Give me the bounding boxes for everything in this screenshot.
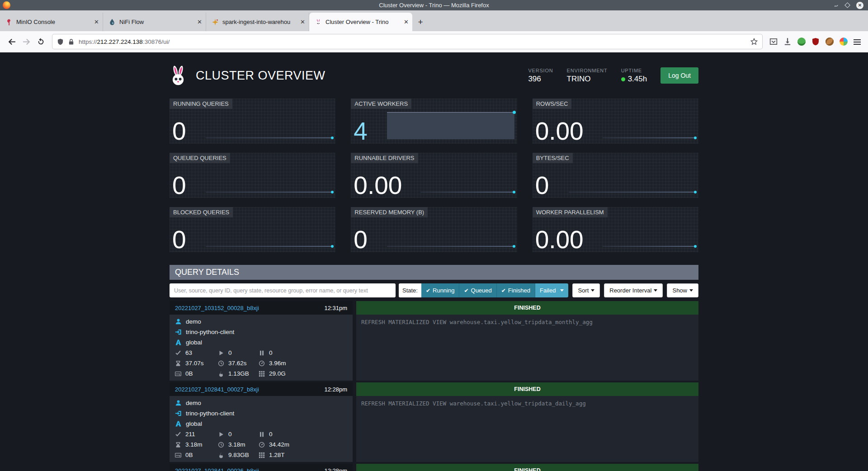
tile-label: BLOCKED QUERIES — [170, 207, 233, 217]
tile-value: 0 — [172, 227, 186, 252]
tab-close-icon[interactable]: ✕ — [94, 19, 99, 25]
query-card-header: 20221027_102841_00027_b8xji 12:28pm — [170, 382, 353, 396]
state-finished-button[interactable]: ✔ Finished — [496, 283, 535, 297]
query-summary-card: 20221027_102841_00027_b8xji 12:28pm demo… — [170, 382, 353, 462]
toolbar-icons — [767, 38, 863, 46]
query-sql-text: REFRESH MATERIALIZED VIEW warehouse.taxi… — [356, 396, 698, 462]
show-dropdown[interactable]: Show — [667, 283, 698, 297]
ublock-shield-icon[interactable] — [811, 38, 820, 46]
play-icon — [218, 431, 224, 438]
current-memory: 0B — [185, 452, 193, 458]
firefox-logo-icon — [3, 1, 10, 9]
bookmark-star-icon[interactable] — [750, 38, 758, 45]
check-icon — [175, 350, 181, 356]
uptime-value: 3.45h — [628, 75, 647, 83]
query-summary-card: 20221027_103152_00028_b8xji 12:31pm demo… — [170, 301, 353, 381]
current-memory: 0B — [185, 370, 193, 377]
state-queued-button[interactable]: ✔ Queued — [459, 283, 496, 297]
lock-icon[interactable] — [68, 38, 75, 45]
new-tab-button[interactable]: + — [412, 13, 429, 31]
query-id-link[interactable]: 20221027_102841_00027_b8xji — [175, 386, 259, 393]
tile-label: BYTES/SEC — [533, 153, 573, 163]
cumulative-memory: 29.0G — [269, 370, 286, 377]
pinwheel-extension-icon[interactable] — [840, 38, 848, 46]
query-row: 20221027_102841_00027_b8xji 12:28pm demo… — [170, 382, 698, 462]
resource-group-road-icon — [175, 420, 182, 427]
back-button[interactable] — [5, 34, 19, 49]
running-splits: 0 — [228, 349, 232, 356]
tile-value: 0 — [172, 173, 186, 198]
reload-button[interactable] — [33, 34, 48, 49]
minio-favicon-flamingo-icon — [5, 19, 13, 26]
nifi-favicon-drop-icon — [108, 19, 116, 26]
tab-nifi-flow[interactable]: NiFi Flow ✕ — [103, 13, 206, 31]
queued-splits: 0 — [269, 431, 273, 438]
cookie-extension-icon[interactable] — [826, 38, 834, 46]
environment-block: ENVIRONMENT TRINO — [567, 68, 608, 84]
query-status-badge: FINISHED — [356, 464, 698, 471]
tile-label: RESERVED MEMORY (B) — [351, 207, 428, 217]
tile-value: 0 — [354, 227, 368, 252]
completed-splits: 211 — [185, 431, 195, 438]
logout-button[interactable]: Log Out — [660, 67, 698, 84]
elapsed-time: 3.18m — [185, 441, 203, 448]
source-sign-in-icon — [175, 410, 182, 417]
query-details-header: QUERY DETAILS — [170, 265, 698, 280]
queued-splits: 0 — [269, 349, 273, 356]
cpu-time: 37.62s — [228, 360, 247, 367]
query-card-body: demo trino-python-client global 211 0 0 … — [170, 396, 353, 462]
tab-spark-notebook[interactable]: spark-ingest-into-warehou ✕ — [206, 13, 309, 31]
tab-close-icon[interactable]: ✕ — [300, 19, 305, 25]
forward-button[interactable] — [19, 34, 33, 49]
trino-bunny-logo-icon — [170, 65, 187, 86]
url-bar[interactable]: https://212.227.224.138:30876/ui/ — [52, 34, 762, 49]
tile-runnable-drivers: RUNNABLE DRIVERS 0.00 — [351, 153, 517, 198]
query-id-link[interactable]: 20221027_102841_00026_b8xji — [175, 467, 259, 471]
tab-minio-console[interactable]: MinIO Console ✕ — [0, 13, 103, 31]
query-detail-panel: FINISHED — [356, 464, 698, 471]
query-time: 12:28pm — [324, 386, 347, 393]
version-label: VERSION — [528, 68, 553, 73]
maximize-button[interactable] — [844, 2, 850, 8]
query-status-badge: FINISHED — [356, 382, 698, 396]
state-running-button[interactable]: ✔ Running — [421, 283, 459, 297]
clock-icon — [218, 360, 224, 367]
tracking-protection-shield-icon[interactable] — [57, 38, 64, 45]
sort-dropdown[interactable]: Sort — [572, 283, 600, 297]
clock-icon — [218, 442, 224, 448]
state-filter-label: State: — [399, 283, 421, 297]
close-window-button[interactable]: ✕ — [856, 2, 863, 9]
tab-close-icon[interactable]: ✕ — [197, 19, 202, 25]
extension-green-icon[interactable] — [797, 38, 806, 46]
tab-close-icon[interactable]: ✕ — [404, 19, 409, 25]
tile-value: 0.00 — [354, 173, 402, 198]
play-icon — [218, 350, 224, 356]
trino-favicon-bunny-icon — [315, 19, 322, 26]
query-id-link[interactable]: 20221027_103152_00028_b8xji — [175, 305, 259, 311]
query-card-body: demo trino-python-client global 63 0 0 3… — [170, 315, 353, 381]
execution-time: 34.42m — [269, 441, 289, 448]
state-failed-dropdown[interactable]: Failed — [535, 283, 568, 297]
tile-value: 0.00 — [535, 119, 584, 144]
tab-cluster-overview-trino[interactable]: Cluster Overview - Trino ✕ — [309, 13, 412, 31]
tile-bytes-sec: BYTES/SEC 0 — [533, 153, 698, 198]
query-detail-panel: FINISHED REFRESH MATERIALIZED VIEW wareh… — [356, 382, 698, 462]
menu-icon[interactable] — [854, 39, 861, 45]
check-icon: ✔ — [426, 287, 430, 294]
save-tray-icon[interactable] — [769, 38, 778, 46]
query-resource-group: global — [186, 420, 202, 427]
trino-header: CLUSTER OVERVIEW VERSION 396 ENVIRONMENT… — [170, 52, 698, 91]
query-summary-card: 20221027_102841_00026_b8xji 12:28pm — [170, 464, 353, 471]
query-row: 20221027_102841_00026_b8xji 12:28pm FINI… — [170, 464, 698, 471]
downloads-icon[interactable] — [783, 38, 792, 46]
reorder-interval-dropdown[interactable]: Reorder Interval — [604, 283, 663, 297]
query-search-input[interactable] — [170, 283, 396, 297]
tab-label: Cluster Overview - Trino — [326, 19, 401, 25]
trino-cluster-overview-page: CLUSTER OVERVIEW VERSION 396 ENVIRONMENT… — [0, 52, 868, 471]
tile-label: WORKER PARALLELISM — [533, 207, 608, 217]
check-icon — [175, 431, 181, 438]
minimize-button[interactable] — [835, 4, 838, 7]
query-source: trino-python-client — [186, 410, 234, 417]
flame-icon — [218, 452, 224, 458]
tab-bar: MinIO Console ✕ NiFi Flow ✕ spark-ingest… — [0, 10, 868, 31]
